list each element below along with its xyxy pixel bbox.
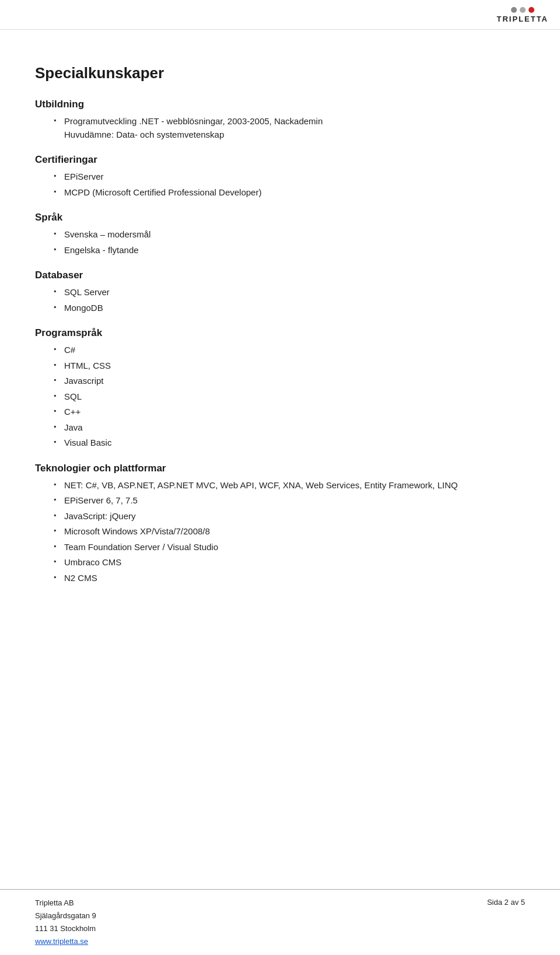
list-item: Microsoft Windows XP/Vista/7/2008/8 (54, 525, 525, 538)
list-item: MongoDB (54, 302, 525, 315)
list-item: N2 CMS (54, 572, 525, 585)
footer-address: Själagårdsgatan 9 (35, 909, 96, 922)
header-bar: TRIPLETTA (0, 0, 560, 30)
footer-company: Tripletta AB (35, 897, 96, 909)
page-wrapper: TRIPLETTA Specialkunskaper Utbildning Pr… (0, 0, 560, 955)
section-utbildning: Utbildning Programutveckling .NET - webb… (35, 99, 525, 141)
list-item: Visual Basic (54, 436, 525, 450)
section-certifieringar: Certifieringar EPiServer MCPD (Microsoft… (35, 154, 525, 199)
page-title: Specialkunskaper (35, 64, 525, 82)
section-heading-utbildning: Utbildning (35, 99, 525, 110)
databaser-list: SQL Server MongoDB (35, 286, 525, 314)
list-item: SQL Server (54, 286, 525, 299)
section-databaser: Databaser SQL Server MongoDB (35, 270, 525, 314)
section-heading-databaser: Databaser (35, 270, 525, 281)
list-item: HTML, CSS (54, 359, 525, 373)
content-area: Specialkunskaper Utbildning Programutvec… (35, 23, 525, 585)
list-item: C# (54, 344, 525, 357)
list-item: NET: C#, VB, ASP.NET, ASP.NET MVC, Web A… (54, 479, 525, 492)
section-heading-programsprak: Programspråk (35, 327, 525, 339)
list-item: Svenska – modersmål (54, 228, 525, 242)
list-item: Team Foundation Server / Visual Studio (54, 541, 525, 554)
dot-1 (511, 7, 517, 13)
footer-city: 111 31 Stockholm (35, 922, 96, 935)
dot-3 (528, 7, 534, 13)
list-item: JavaScript: jQuery (54, 510, 525, 523)
list-item: Programutveckling .NET - webblösningar, … (54, 115, 525, 141)
list-item: MCPD (Microsoft Certified Professional D… (54, 186, 525, 200)
sprak-list: Svenska – modersmål Engelska - flytande (35, 228, 525, 257)
section-programsprak: Programspråk C# HTML, CSS Javascript SQL… (35, 327, 525, 450)
utbildning-list: Programutveckling .NET - webblösningar, … (35, 115, 525, 141)
section-sprak: Språk Svenska – modersmål Engelska - fly… (35, 212, 525, 257)
list-item: EPiServer (54, 170, 525, 184)
section-heading-certifieringar: Certifieringar (35, 154, 525, 166)
logo-area: TRIPLETTA (496, 7, 548, 23)
footer-website[interactable]: www.tripletta.se (35, 937, 88, 946)
section-heading-sprak: Språk (35, 212, 525, 223)
logo-text: TRIPLETTA (496, 15, 548, 23)
list-item: Umbraco CMS (54, 556, 525, 569)
footer-left: Tripletta AB Själagårdsgatan 9 111 31 St… (35, 897, 96, 948)
logo-dots (511, 7, 534, 13)
list-item: C++ (54, 405, 525, 419)
programsprak-list: C# HTML, CSS Javascript SQL C++ Java Vis… (35, 344, 525, 450)
teknologier-list: NET: C#, VB, ASP.NET, ASP.NET MVC, Web A… (35, 479, 525, 585)
footer: Tripletta AB Själagårdsgatan 9 111 31 St… (0, 889, 560, 955)
dot-2 (520, 7, 526, 13)
list-item: SQL (54, 390, 525, 404)
list-item: Engelska - flytande (54, 244, 525, 257)
list-item: Javascript (54, 375, 525, 388)
section-teknologier: Teknologier och plattformar NET: C#, VB,… (35, 463, 525, 585)
footer-page-info: Sida 2 av 5 (487, 897, 525, 907)
section-heading-teknologier: Teknologier och plattformar (35, 463, 525, 474)
list-item: EPiServer 6, 7, 7.5 (54, 494, 525, 508)
certifieringar-list: EPiServer MCPD (Microsoft Certified Prof… (35, 170, 525, 199)
list-item: Java (54, 421, 525, 435)
